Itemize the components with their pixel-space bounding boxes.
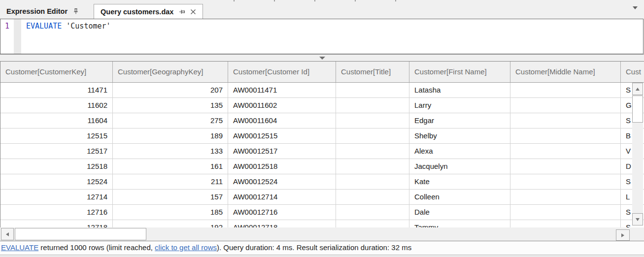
unpin-icon[interactable]	[178, 8, 185, 15]
table-cell	[510, 83, 621, 98]
grid-header-row: Customer[CustomerKey]Customer[GeographyK…	[0, 62, 644, 83]
table-cell: 11471	[0, 83, 113, 98]
table-cell: 11602	[0, 98, 113, 113]
table-cell: AW00011471	[228, 83, 336, 98]
table-row[interactable]: 11604275AW00011604EdgarS	[0, 113, 644, 128]
table-cell: AW00012718	[228, 220, 336, 227]
line-number: 1	[0, 19, 14, 54]
dax-table-reference: 'Customer'	[62, 22, 110, 31]
top-edge-tick	[355, 0, 356, 1]
table-cell	[510, 113, 621, 128]
table-cell: 275	[113, 113, 228, 128]
tab-label: Expression Editor	[6, 7, 68, 15]
evaluate-link[interactable]: EVALUATE	[1, 243, 38, 252]
table-cell: AW00011602	[228, 98, 336, 113]
tab-list-dropdown-icon[interactable]	[633, 6, 638, 9]
grid-body[interactable]: 11471207AW00011471LatashaS11602135AW0001…	[0, 83, 644, 227]
column-header[interactable]: Customer[CustomerKey]	[0, 62, 113, 82]
get-all-rows-link[interactable]: click to get all rows	[155, 243, 217, 252]
horizontal-scrollbar-thumb[interactable]	[15, 228, 146, 240]
table-cell: 12524	[0, 174, 113, 190]
table-cell: 135	[113, 98, 228, 113]
table-cell	[510, 220, 621, 227]
table-row[interactable]: 12518161AW00012518JacquelynD	[0, 159, 644, 174]
table-cell	[336, 159, 409, 174]
close-icon[interactable]	[190, 9, 196, 15]
table-cell: 207	[113, 83, 228, 98]
table-cell	[510, 128, 621, 144]
scroll-left-button[interactable]	[1, 228, 14, 240]
column-header[interactable]: Cust	[621, 62, 644, 82]
column-header[interactable]: Customer[First Name]	[409, 62, 510, 82]
tab-label: Query customers.dax	[101, 8, 173, 16]
table-cell	[336, 190, 409, 205]
window-bottom-strip	[0, 255, 644, 257]
table-cell	[510, 190, 621, 205]
table-row[interactable]: 12716185AW00012716DaleS	[0, 205, 644, 220]
horizontal-scrollbar[interactable]	[0, 227, 644, 241]
editor-results-splitter[interactable]	[0, 54, 644, 62]
table-cell: AW00012716	[228, 205, 336, 220]
splitter-collapse-icon[interactable]	[319, 57, 325, 60]
table-cell: 12518	[0, 159, 113, 174]
table-cell: 12718	[0, 220, 113, 227]
table-cell	[336, 205, 409, 220]
table-cell: 189	[113, 128, 228, 144]
table-cell	[336, 113, 409, 128]
table-row[interactable]: 12515189AW00012515ShelbyB	[0, 128, 644, 144]
table-row[interactable]: 11602135AW00011602LarryG	[0, 98, 644, 113]
table-cell: Tammy	[409, 220, 510, 227]
table-cell	[510, 144, 621, 159]
code-line[interactable]: EVALUATE 'Customer'	[21, 19, 111, 54]
table-cell: 12714	[0, 190, 113, 205]
arrow-up-icon	[636, 88, 640, 91]
column-header[interactable]: Customer[Middle Name]	[510, 62, 621, 82]
table-cell: Colleen	[409, 190, 510, 205]
status-text: ). Query duration: 4 ms. Result serializ…	[217, 243, 411, 252]
editor-margin-strip	[14, 19, 21, 54]
tab-expression-editor[interactable]: Expression Editor	[0, 4, 86, 19]
arrow-down-icon	[636, 218, 640, 221]
dax-code-editor[interactable]: 1 EVALUATE 'Customer'	[0, 19, 644, 54]
column-header[interactable]: Customer[GeographyKey]	[113, 62, 228, 82]
results-grid: Customer[CustomerKey]Customer[GeographyK…	[0, 62, 644, 227]
table-cell: 11604	[0, 113, 113, 128]
table-cell	[336, 83, 409, 98]
tab-query-customers-dax[interactable]: Query customers.dax	[94, 4, 203, 19]
table-row[interactable]: 12517133AW00012517AlexaV	[0, 144, 644, 159]
table-cell: Kate	[409, 174, 510, 190]
table-row[interactable]: 12524211AW00012524KateS	[0, 174, 644, 190]
table-cell	[336, 128, 409, 144]
table-cell: 12515	[0, 128, 113, 144]
table-cell	[336, 98, 409, 113]
status-bar: EVALUATE returned 1000 rows (limit reach…	[0, 241, 644, 255]
scroll-right-button[interactable]	[616, 229, 630, 241]
table-cell	[510, 205, 621, 220]
scroll-up-button[interactable]	[632, 83, 643, 95]
column-header[interactable]: Customer[Title]	[336, 62, 409, 82]
top-edge-tick	[395, 0, 396, 1]
dax-editor-window: Expression Editor Query customers.dax	[0, 0, 644, 257]
table-row[interactable]: 12718192AW00012718TammyS	[0, 220, 644, 227]
column-header[interactable]: Customer[Customer Id]	[228, 62, 336, 82]
scroll-down-button[interactable]	[632, 213, 643, 225]
table-cell: 157	[113, 190, 228, 205]
table-row[interactable]: 11471207AW00011471LatashaS	[0, 83, 644, 98]
top-edge-tick	[314, 0, 315, 1]
top-edge-tick	[274, 0, 275, 1]
table-cell	[336, 220, 409, 227]
table-cell: Edgar	[409, 113, 510, 128]
table-cell	[336, 174, 409, 190]
table-cell: AW00011604	[228, 113, 336, 128]
vertical-scrollbar-thumb[interactable]	[632, 96, 643, 123]
table-cell: Jacquelyn	[409, 159, 510, 174]
table-cell: 133	[113, 144, 228, 159]
dax-keyword: EVALUATE	[26, 22, 62, 31]
vertical-scrollbar[interactable]	[632, 83, 643, 225]
table-cell: AW00012524	[228, 174, 336, 190]
table-row[interactable]: 12714157AW00012714ColleenL	[0, 190, 644, 205]
pin-icon[interactable]	[72, 8, 79, 15]
table-cell	[336, 144, 409, 159]
table-cell: 12716	[0, 205, 113, 220]
document-tab-bar: Expression Editor Query customers.dax	[0, 4, 644, 19]
